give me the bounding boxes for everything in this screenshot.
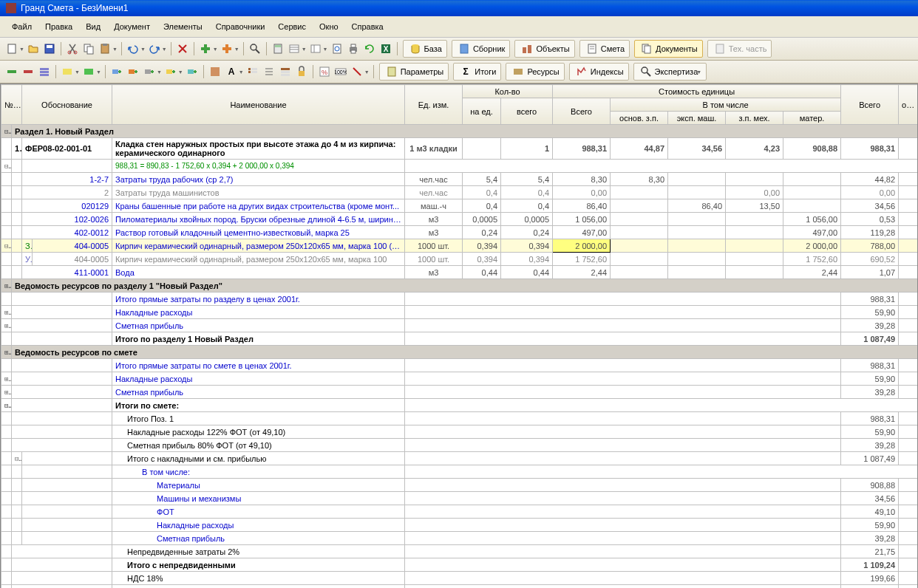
col-naed[interactable]: на ед.	[463, 98, 501, 125]
new-icon[interactable]	[5, 42, 18, 55]
menu-file[interactable]: Файл	[6, 19, 38, 34]
add-green-icon[interactable]	[199, 42, 212, 55]
tab-objekty[interactable]: Объекты	[514, 40, 574, 58]
dropdown-icon[interactable]: ▼	[323, 47, 328, 52]
expand-icon[interactable]: ⊞	[1, 372, 12, 386]
tab-resursy[interactable]: Ресурсы	[506, 63, 564, 81]
add-row-icon[interactable]	[126, 65, 140, 78]
tab-indeksy[interactable]: Индексы	[569, 63, 629, 81]
col-vsego[interactable]: Всего	[841, 85, 899, 125]
tab-smeta[interactable]: Смета	[579, 40, 630, 58]
list3-icon[interactable]	[279, 65, 292, 78]
dropdown-icon[interactable]: ▼	[364, 69, 370, 75]
menu-edit[interactable]: Правка	[39, 19, 78, 34]
color-icon[interactable]	[82, 65, 95, 78]
table-row[interactable]: ⊞Сметная прибыль39,28	[1, 386, 919, 399]
grid[interactable]: № п.п Обоснование Наименование Ед. изм. …	[0, 83, 918, 588]
tool-a-icon[interactable]	[208, 65, 222, 78]
table-row[interactable]: 1-2-7Затраты труда рабочих (ср 2,7)чел.ч…	[1, 173, 919, 186]
expand-icon[interactable]: ⊞	[1, 306, 12, 319]
table-row[interactable]: Итого по разделу 1 Новый Раздел1 087,49	[1, 332, 919, 346]
refresh-icon[interactable]	[363, 42, 376, 55]
dropdown-icon[interactable]: ▼	[112, 47, 118, 52]
section-row[interactable]: ⊟Раздел 1. Новый Раздел	[1, 125, 919, 138]
list2-icon[interactable]	[262, 65, 276, 78]
menu-help[interactable]: Справка	[346, 19, 390, 34]
save-icon[interactable]	[43, 42, 56, 55]
view1-icon[interactable]	[288, 42, 301, 55]
col-obosnovanie[interactable]: Обоснование	[22, 85, 112, 125]
cut-icon[interactable]	[66, 42, 79, 55]
tab-itogi[interactable]: ΣИтоги	[453, 63, 501, 81]
table-row[interactable]: Материалы908,88	[1, 479, 919, 492]
expand-icon[interactable]: ⊞	[1, 319, 12, 332]
dropdown-icon[interactable]: ▼	[19, 47, 24, 52]
dropdown-icon[interactable]: ▼	[234, 47, 239, 52]
collapse-icon[interactable]: ⊟	[1, 239, 12, 253]
add-section-icon[interactable]	[110, 65, 123, 78]
expand-icon[interactable]: ⊞	[1, 279, 12, 293]
preview-icon[interactable]	[330, 42, 344, 55]
col-kolvo[interactable]: Кол-во	[463, 85, 553, 98]
dropdown-icon[interactable]: ▼	[140, 47, 146, 52]
add-item-icon[interactable]	[143, 65, 156, 78]
expand-icon[interactable]: ⊞	[1, 346, 12, 359]
dropdown-icon[interactable]: ▼	[96, 69, 101, 75]
calc-icon[interactable]	[271, 42, 285, 55]
table-row[interactable]: 1 ФЕР08-02-001-01 Кладка стен наружных п…	[1, 138, 919, 160]
table-row[interactable]: ФОТ49,10	[1, 505, 919, 519]
highlight-icon[interactable]	[61, 65, 74, 78]
table-row[interactable]: Итого прямые затраты по разделу в ценах …	[1, 293, 919, 306]
open-icon[interactable]	[27, 42, 40, 55]
table-row[interactable]: Итого с непредвиденными1 109,24	[1, 558, 919, 572]
collapse-icon[interactable]: ⊟	[1, 399, 12, 412]
col-naimenovanie[interactable]: Наименование	[112, 85, 405, 125]
100-icon[interactable]: 100%	[334, 65, 347, 78]
table-row[interactable]: Машины и механизмы34,56	[1, 492, 919, 505]
strike-icon[interactable]	[350, 65, 364, 78]
section-row[interactable]: ⊞Ведомость ресурсов по разделу 1 "Новый …	[1, 279, 919, 293]
print-icon[interactable]	[347, 42, 360, 55]
col-vtomchisle[interactable]: В том числе	[611, 98, 841, 112]
row-red-icon[interactable]	[21, 65, 35, 78]
paste-icon[interactable]	[98, 42, 112, 55]
lock-icon[interactable]	[295, 65, 308, 78]
dropdown-icon[interactable]: ▼	[157, 69, 162, 75]
undo-icon[interactable]	[126, 42, 140, 55]
dropdown-icon[interactable]: ▼	[302, 47, 307, 52]
text-icon[interactable]: A	[225, 65, 238, 78]
col-vsego1[interactable]: Всего	[553, 98, 611, 125]
table-row[interactable]: НДС 18%199,66	[1, 572, 919, 585]
expand-icon[interactable]: ⊞	[1, 386, 12, 399]
table-row[interactable]: ⊟Итого с накладными и см. прибылью1 087,…	[1, 452, 919, 465]
col-osnov[interactable]: основ.	[899, 85, 918, 125]
col-mater[interactable]: матер.	[783, 112, 841, 125]
menu-service[interactable]: Сервис	[272, 19, 312, 34]
tab-dokumenty[interactable]: Документы	[634, 40, 703, 58]
table-row[interactable]: 402-0012Раствор готовый кладочный цемент…	[1, 226, 919, 239]
table-row[interactable]: Сметная прибыль 80% ФОТ (от 49,10)39,28	[1, 439, 919, 452]
dropdown-icon[interactable]: ▼	[178, 69, 183, 75]
rows-icon[interactable]	[38, 65, 51, 78]
percent-icon[interactable]: %	[318, 65, 331, 78]
tab-tehchast[interactable]: Тех. часть	[707, 40, 772, 58]
add-yellow-icon[interactable]	[164, 65, 177, 78]
table-row[interactable]: ⊞Накладные расходы59,90	[1, 306, 919, 319]
table-row[interactable]: ⊟З404-0005Кирпич керамический одинарный,…	[1, 239, 919, 253]
col-npp[interactable]: № п.п	[1, 85, 22, 125]
table-row[interactable]: 411-0001Водам30,440,442,442,441,07	[1, 266, 919, 279]
add-orange-icon[interactable]	[220, 42, 234, 55]
tab-baza[interactable]: База	[403, 40, 447, 58]
collapse-icon[interactable]: ⊟	[1, 125, 12, 138]
excel-icon[interactable]: X	[379, 42, 392, 55]
menu-document[interactable]: Документ	[108, 19, 156, 34]
dropdown-icon[interactable]: ▼	[213, 47, 218, 52]
add-cyan-icon[interactable]	[186, 65, 199, 78]
dropdown-icon[interactable]: ▼	[239, 69, 244, 75]
table-row[interactable]: 020129Краны башенные при работе на други…	[1, 199, 919, 213]
section-row[interactable]: ⊞Ведомость ресурсов по смете	[1, 346, 919, 359]
col-zpmeh[interactable]: з.п. мех.	[726, 112, 783, 125]
redo-icon[interactable]	[148, 42, 161, 55]
table-row[interactable]: 2Затраты труда машинистовчел.час0,40,40,…	[1, 186, 919, 199]
list1-icon[interactable]	[246, 65, 259, 78]
